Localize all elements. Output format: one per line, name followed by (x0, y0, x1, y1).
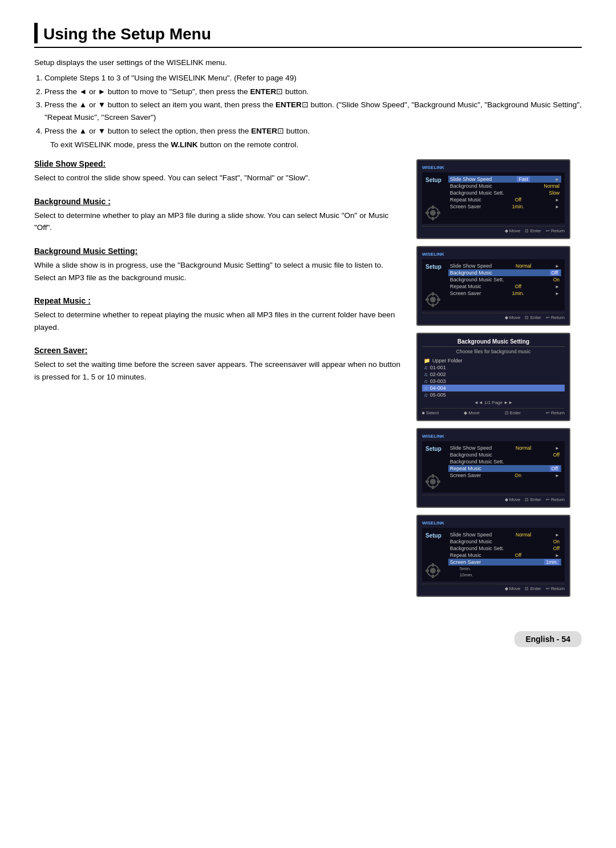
file-name: Upper Folder (432, 358, 463, 364)
page-nav: ◄◄ 1/1 Page ►► (422, 400, 565, 405)
tv-menu-row: Slide Show Speed Normal ► (448, 531, 561, 538)
title-accent (34, 23, 38, 43)
svg-rect-14 (432, 474, 434, 478)
step-2: Press the ◄ or ► button to move to "Setu… (44, 86, 582, 98)
menu-label: Background Music (450, 452, 492, 458)
tv-footer-2: ◆ Move ⊡ Enter ↩ Return (422, 313, 565, 320)
tv-menu-row: Screen Saver 1min. ► (448, 203, 561, 210)
step-1: Complete Steps 1 to 3 of "Using the WISE… (44, 72, 582, 84)
music-icon: ♫ (424, 385, 428, 391)
menu-label: Repeat Music (450, 552, 481, 558)
tv-inner-5: Setup Slide Show Speed Normal ► Backgrou… (422, 528, 565, 582)
svg-rect-4 (425, 212, 429, 214)
svg-rect-3 (432, 217, 434, 220)
tv-brand-5: WISELINK (422, 520, 565, 526)
menu-label: Background Music Sett. (450, 546, 504, 551)
footer-move: ◆ Move (464, 410, 480, 415)
step-4: Press the ▲ or ▼ button to select the op… (44, 125, 582, 138)
tv-screen-5: WISELINK Setup Slide Show Speed Normal ►… (416, 515, 570, 597)
enter-bold-2: ENTER (275, 100, 302, 109)
step-3: Press the ▲ or ▼ button to select an ite… (44, 99, 582, 123)
tv-footer-1: ◆ Move ⊡ Enter ↩ Return (422, 226, 565, 233)
arrow-icon: ► (555, 532, 560, 538)
tv-menu-row: Background Music Off (448, 451, 561, 458)
menu-value: 1min. (512, 290, 524, 296)
tv-menu-row: Background Music Normal (448, 183, 561, 189)
arrow-icon: ► (555, 177, 560, 182)
tv-menu-items-1: Slide Show Speed Fast ► Background Music… (448, 176, 561, 210)
folder-icon: 📁 (424, 358, 430, 364)
menu-label: Background Music Sett. (450, 277, 504, 282)
tv-footer-4: ◆ Move ⊡ Enter ↩ Return (422, 495, 565, 502)
section-bg-music-setting: Background Music Setting: While a slide … (34, 247, 405, 284)
right-column: WISELINK Setup Slide Show Speed Fast ► B… (416, 159, 582, 597)
menu-label: Background Music (450, 539, 492, 544)
tv-menu-items-5: Slide Show Speed Normal ► Background Mus… (448, 531, 561, 578)
music-icon: ♫ (424, 392, 428, 398)
menu-value: On (553, 277, 560, 282)
section-title-bg-music: Background Music : (34, 197, 405, 206)
svg-point-7 (430, 297, 436, 302)
file-row-folder: 📁 Upper Folder (422, 357, 565, 364)
tv-menu-row: Background Music Sett. Slow (448, 189, 561, 196)
file-name: 04-004 (430, 385, 446, 391)
tv-inner-4: Setup Slide Show Speed Normal ► Backgrou… (422, 441, 565, 492)
menu-label: Slide Show Speed (450, 532, 492, 538)
footer-return: ↩ Return (546, 228, 565, 233)
tv-menu-row: 5min. (448, 566, 561, 572)
menu-label: Background Music (450, 183, 492, 189)
tv-menu-row: Slide Show Speed Normal ► (448, 263, 561, 269)
gear-icon-1 (424, 204, 441, 221)
music-icon: ♫ (424, 371, 428, 377)
footer-move: ◆ Move (505, 228, 521, 233)
svg-point-13 (430, 479, 436, 484)
svg-rect-8 (432, 292, 434, 296)
tv-menu-row: Repeat Music Off (448, 465, 561, 472)
file-name: 01-001 (430, 365, 446, 370)
screensaver-option: 5min. (460, 566, 471, 571)
tv-footer-5: ◆ Move ⊡ Enter ↩ Return (422, 584, 565, 591)
tv-menu-items-4: Slide Show Speed Normal ► Background Mus… (448, 445, 561, 479)
footer-move: ◆ Move (505, 315, 521, 320)
tv-screen-3: Background Music Setting Choose files fo… (416, 333, 570, 421)
screensaver-option: 10min. (460, 572, 473, 578)
footer-enter: ⊡ Enter (525, 228, 541, 233)
svg-rect-15 (432, 486, 434, 489)
arrow-icon: ► (555, 446, 560, 451)
arrow-icon: ► (555, 553, 560, 558)
arrow-icon: ► (555, 291, 560, 296)
section-background-music: Background Music : Select to determine w… (34, 197, 405, 234)
menu-label: Repeat Music (450, 466, 481, 471)
menu-value: Fast (517, 176, 530, 182)
footer-enter: ⊡ Enter (505, 410, 521, 415)
file-name: 03-003 (430, 378, 446, 384)
footer-enter: ⊡ Enter (525, 315, 541, 320)
footer-enter: ⊡ Enter (525, 586, 541, 591)
tv-menu-row: 10min. (448, 572, 561, 578)
section-screen-saver: Screen Saver: Select to set the waiting … (34, 346, 405, 383)
page-title-bar: Using the Setup Menu (34, 23, 582, 48)
section-text-screen-saver: Select to set the waiting time before th… (34, 358, 405, 383)
menu-value: 1min. (544, 559, 560, 565)
bg-footer: ■ Select ◆ Move ⊡ Enter ↩ Return (422, 408, 565, 415)
menu-value: Slow (549, 190, 560, 196)
arrow-icon: ► (555, 473, 560, 478)
menu-value: Normal (516, 445, 531, 451)
tv-menu-row: Repeat Music Off ► (448, 552, 561, 559)
tv-menu-row: Screen Saver On ► (448, 472, 561, 479)
tv-brand-4: WISELINK (422, 434, 565, 439)
tv-screen-1: WISELINK Setup Slide Show Speed Fast ► B… (416, 159, 570, 239)
footer-label: English - 54 (514, 631, 582, 647)
section-text-bg-music-setting: While a slide show is in progress, use t… (34, 259, 405, 284)
section-text-slide-show: Select to control the slide show speed. … (34, 172, 405, 184)
section-text-bg-music: Select to determine whether to play an M… (34, 209, 405, 234)
tv-screen-2: WISELINK Setup Slide Show Speed Normal ►… (416, 246, 570, 326)
menu-label: Background Music Sett. (450, 190, 504, 196)
tv-menu-row: Background Music On (448, 538, 561, 545)
menu-value: Off (550, 466, 560, 471)
menu-value: Normal (544, 183, 560, 189)
steps-list: Complete Steps 1 to 3 of "Using the WISE… (44, 72, 582, 137)
svg-rect-2 (432, 205, 434, 209)
menu-value: Off (515, 284, 521, 289)
section-title-slide-show: Slide Show Speed: (34, 159, 405, 168)
